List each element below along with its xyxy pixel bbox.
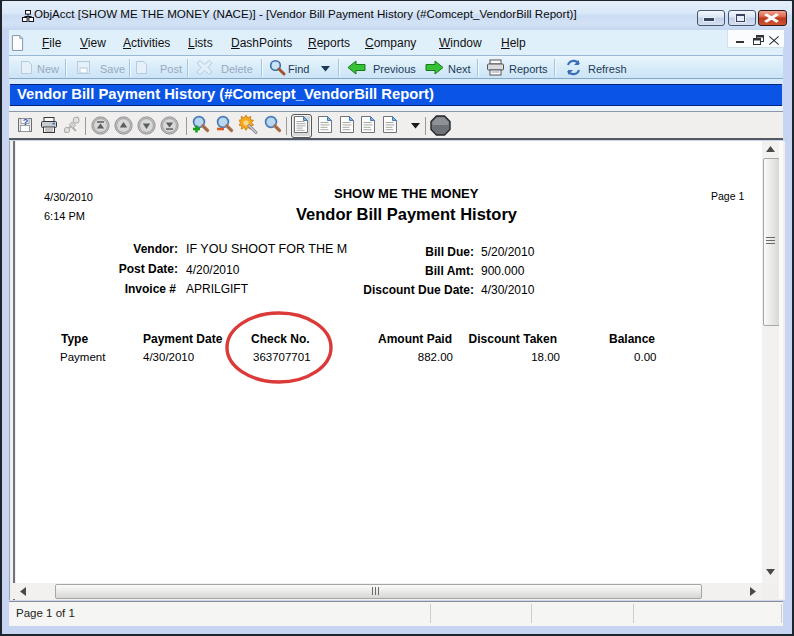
svg-text:?: ? bbox=[23, 117, 29, 127]
